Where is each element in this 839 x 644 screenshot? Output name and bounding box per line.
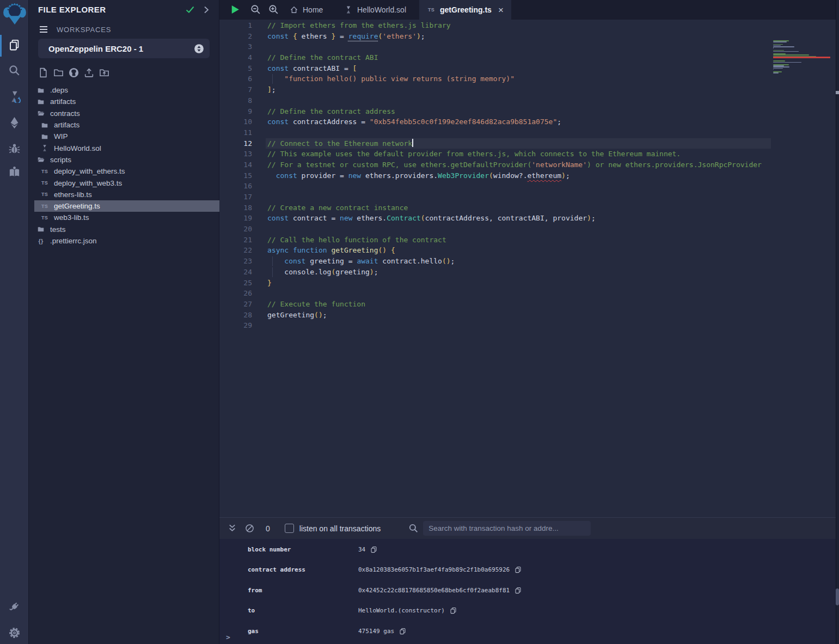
code-line: async function getGreeting() {: [267, 245, 839, 256]
tree-item-deploy-with-web3.ts[interactable]: TSdeploy_with_web3.ts: [34, 177, 219, 188]
minimap-line: [773, 72, 779, 73]
transaction-row: toHelloWorld.(constructor): [219, 601, 839, 621]
terminal-header: 0listen on all transactions: [219, 518, 839, 539]
sidebar-file-explorer[interactable]: [0, 34, 29, 58]
tx-field-value: 0x42452c22c88178685850e68beb6cf0f2aeab8f…: [358, 587, 522, 594]
tx-field-label: gas: [248, 628, 259, 635]
code-line: const contract = new ethers.Contract(con…: [267, 213, 839, 224]
tree-item-tests[interactable]: tests: [34, 224, 219, 235]
minimap-line: [773, 41, 787, 42]
github-icon[interactable]: [68, 67, 79, 78]
code-line: [267, 320, 839, 331]
page-scrollbar: [836, 0, 839, 644]
minimap-line: [773, 51, 799, 52]
editor-pane[interactable]: HomeHelloWorld.solTSgetGreeting.ts× 1234…: [219, 0, 839, 517]
folder-closed-icon: [36, 98, 46, 106]
transaction-row: gas475149 gas: [219, 622, 839, 642]
bug-icon: [8, 142, 21, 157]
search-icon: [8, 64, 21, 79]
run-script-button[interactable]: [229, 4, 241, 15]
workspaces-row: WORKSPACES: [38, 24, 111, 35]
search-icon: [408, 523, 419, 533]
sidebar-deploy-and-run[interactable]: [0, 112, 29, 136]
sidebar-learneth[interactable]: [0, 161, 29, 185]
tree-item-getGreeting.ts[interactable]: TSgetGreeting.ts: [34, 200, 219, 212]
tree-item-artifacts[interactable]: artifacts: [34, 96, 219, 107]
workspace-select[interactable]: OpenZeppelin ERC20 - 1: [38, 39, 210, 58]
typescript-file-icon: TS: [40, 214, 50, 222]
tx-field-label: to: [248, 607, 255, 614]
tree-item-HelloWorld.sol[interactable]: HelloWorld.sol: [34, 142, 219, 154]
collapse-terminal-icon[interactable]: [227, 523, 237, 533]
tree-item-artifacts[interactable]: artifacts: [34, 119, 219, 131]
tab-getGreeting.ts[interactable]: TSgetGreeting.ts×: [419, 0, 511, 20]
code-line: const { ethers } = require('ethers');: [267, 31, 839, 42]
indent-guide: [272, 267, 273, 277]
sidebar-settings[interactable]: [0, 622, 29, 644]
code-line: // Define the contract ABI: [267, 52, 839, 63]
code-line: const contractAddress = "0xb54febb5c0c0f…: [267, 116, 839, 127]
tree-item-label: deploy_with_ethers.ts: [54, 167, 125, 175]
copy-icon[interactable]: [515, 587, 522, 594]
upload-file-icon[interactable]: [83, 67, 95, 78]
folder-open-icon: [36, 109, 46, 117]
tree-item-deploy-with-ethers.ts[interactable]: TSdeploy_with_ethers.ts: [34, 165, 219, 177]
sidebar-plugin-manager[interactable]: [0, 596, 29, 620]
tree-item-WIP[interactable]: WIP: [34, 131, 219, 142]
copy-icon[interactable]: [515, 566, 522, 573]
sidebar-search[interactable]: [0, 59, 29, 83]
tab-label: Home: [303, 5, 323, 14]
transaction-row: from0x42452c22c88178685850e68beb6cf0f2ae…: [219, 581, 839, 601]
scrollbar-thumb[interactable]: [836, 588, 839, 605]
solidity-file-icon: [40, 144, 50, 152]
hamburger-menu-icon[interactable]: [38, 24, 49, 35]
code-area[interactable]: 1234567891011121314151617181920212223242…: [219, 20, 839, 517]
chevron-right-icon[interactable]: [201, 4, 212, 15]
upload-folder-icon[interactable]: [99, 67, 110, 78]
zoom-in-button[interactable]: [268, 4, 279, 15]
file-tree: .depsartifactscontractsartifactsWIPHello…: [34, 84, 219, 247]
terminal-search-input[interactable]: [423, 521, 591, 536]
tree-item-label: WIP: [54, 132, 68, 140]
tree-item-ethers-lib.ts[interactable]: TSethers-lib.ts: [34, 189, 219, 200]
zoom-out-button[interactable]: [250, 4, 261, 15]
workspaces-label: WORKSPACES: [57, 26, 111, 34]
tree-item-web3-lib.ts[interactable]: TSweb3-lib.ts: [34, 212, 219, 223]
tree-item-contracts[interactable]: contracts: [34, 108, 219, 119]
minimap-line: [773, 46, 794, 47]
copy-icon[interactable]: [370, 546, 377, 553]
tree-item-scripts[interactable]: scripts: [34, 154, 219, 165]
transaction-count-badge: 0: [266, 524, 270, 533]
sidebar-debugger[interactable]: [0, 137, 29, 161]
minimap-line: [773, 66, 789, 68]
terminal-panel: 0listen on all transactions block number…: [219, 517, 839, 644]
code-line: [267, 192, 839, 203]
check-icon[interactable]: [185, 4, 195, 15]
tree-item-label: tests: [50, 225, 66, 234]
copy-icon[interactable]: [399, 628, 406, 635]
tree-item-.prettierrc.json[interactable]: {}.prettierrc.json: [34, 235, 219, 247]
transaction-row: block number34: [219, 540, 839, 560]
code-line: // Execute the function: [267, 299, 839, 310]
line-number-gutter: 1234567891011121314151617181920212223242…: [219, 20, 252, 331]
listen-transactions-checkbox[interactable]: [285, 524, 294, 533]
new-file-icon[interactable]: [38, 67, 49, 78]
typescript-file-icon: TS: [427, 5, 436, 14]
sort-arrows-icon: [194, 44, 204, 54]
clear-console-icon[interactable]: [244, 523, 255, 533]
copy-icon[interactable]: [450, 607, 457, 614]
transaction-row: contract address0x8a120383e6057b1f3aef4f…: [219, 560, 839, 580]
tree-item-.deps[interactable]: .deps: [34, 84, 219, 96]
explorer-toolbar: [38, 67, 110, 78]
tx-field-label: from: [248, 587, 262, 594]
minimap[interactable]: [773, 40, 830, 149]
tab-HelloWorld.sol[interactable]: HelloWorld.sol: [336, 0, 414, 20]
tree-item-label: artifacts: [54, 121, 79, 129]
close-icon[interactable]: ×: [498, 5, 504, 15]
new-folder-icon[interactable]: [53, 67, 64, 78]
tree-item-label: .deps: [50, 86, 68, 94]
listen-transactions-label: listen on all transactions: [299, 524, 381, 533]
typescript-file-icon: TS: [40, 168, 50, 175]
tab-Home[interactable]: Home: [282, 0, 330, 20]
sidebar-solidity-compiler[interactable]: [0, 85, 29, 109]
